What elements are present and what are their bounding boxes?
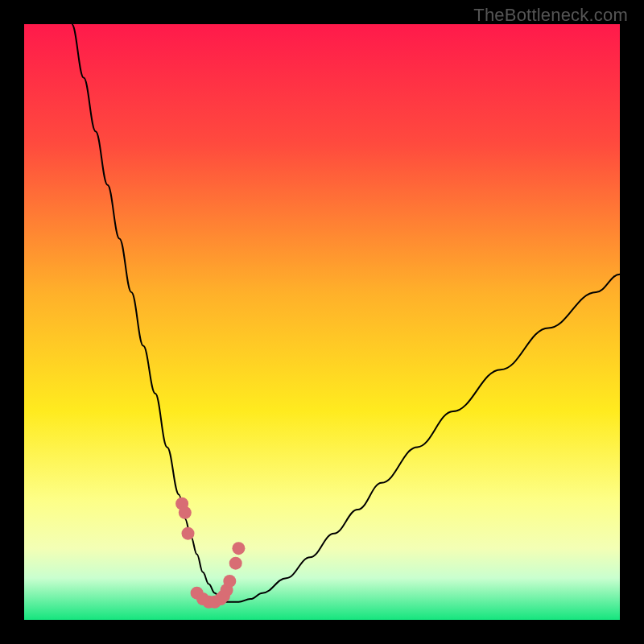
data-marker [223, 575, 236, 588]
data-marker [232, 542, 245, 555]
chart-background [24, 24, 620, 620]
chart-frame: TheBottleneck.com [0, 0, 644, 644]
data-marker [179, 506, 192, 519]
plot-area [24, 24, 620, 620]
chart-svg [24, 24, 620, 620]
data-marker [229, 557, 242, 570]
data-marker [182, 527, 195, 540]
watermark-text: TheBottleneck.com [473, 5, 628, 26]
